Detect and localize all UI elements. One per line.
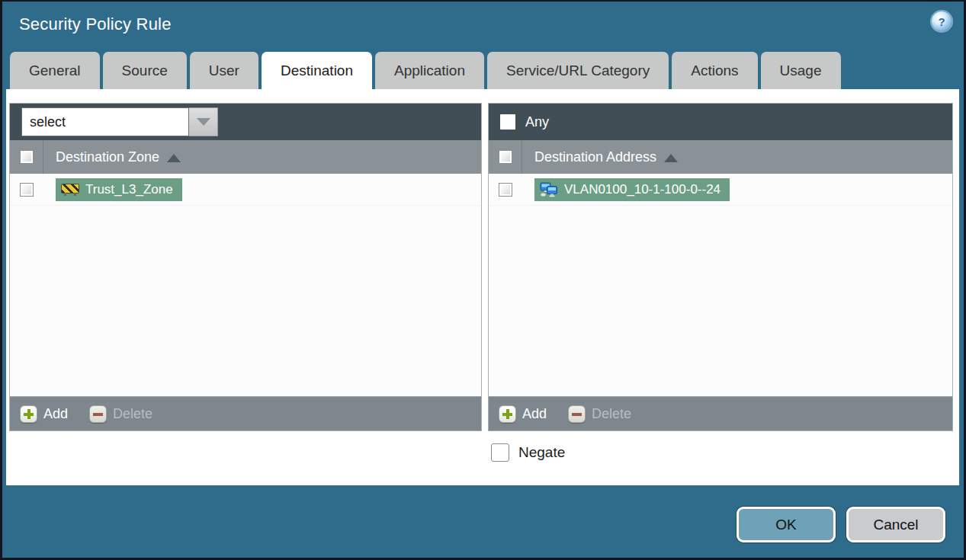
zone-footer-bar: Add Delete (10, 396, 481, 430)
plus-icon (20, 405, 37, 423)
tab-application[interactable]: Application (375, 52, 484, 89)
cancel-button[interactable]: Cancel (846, 507, 945, 542)
help-icon[interactable]: ? (932, 11, 952, 31)
dialog-title: Security Policy Rule (19, 14, 172, 34)
zone-delete-button[interactable]: Delete (89, 405, 152, 423)
address-row-checkbox[interactable] (499, 183, 512, 197)
zone-select-dropdown-button[interactable] (189, 107, 218, 136)
tab-destination[interactable]: Destination (262, 52, 372, 89)
address-add-label: Add (522, 406, 547, 422)
zone-table-body: Trust_L3_Zone (10, 174, 481, 396)
negate-label: Negate (518, 444, 565, 461)
address-table-header: Destination Address (489, 140, 952, 174)
address-item-vlan0100[interactable]: VLAN0100_10-1-100-0--24 (534, 178, 730, 201)
tab-user[interactable]: User (190, 52, 258, 89)
zone-column-header[interactable]: Destination Zone (43, 149, 181, 165)
address-item-label: VLAN0100_10-1-100-0--24 (564, 182, 720, 197)
minus-icon (89, 405, 107, 423)
zone-table-header: Destination Zone (10, 140, 481, 174)
zone-select-combo: select (21, 107, 218, 136)
sort-ascending-icon (167, 154, 181, 162)
tab-general[interactable]: General (10, 52, 100, 89)
address-toolbar: Any (489, 104, 952, 140)
any-checkbox[interactable] (500, 114, 515, 130)
plus-icon (499, 405, 516, 423)
destination-address-panel: Any Destination Address (488, 103, 953, 431)
any-label: Any (525, 114, 549, 130)
table-row: Trust_L3_Zone (10, 174, 481, 206)
sort-ascending-icon (664, 154, 678, 162)
destination-zone-panel: select Destination Zone (9, 103, 482, 431)
ok-button[interactable]: OK (737, 507, 836, 542)
address-select-all-checkbox[interactable] (499, 150, 512, 164)
title-bar: Security Policy Rule ? (2, 2, 964, 47)
address-table-body: VLAN0100_10-1-100-0--24 (489, 174, 952, 396)
address-delete-label: Delete (592, 406, 631, 422)
address-column-header[interactable]: Destination Address (522, 149, 678, 165)
tab-actions[interactable]: Actions (672, 52, 757, 89)
negate-option: Negate (491, 443, 959, 462)
minus-icon (568, 405, 586, 423)
zone-select-all-checkbox[interactable] (20, 150, 34, 164)
zone-add-label: Add (43, 406, 68, 422)
zone-add-button[interactable]: Add (20, 405, 68, 423)
tab-bar: General Source User Destination Applicat… (2, 47, 964, 89)
security-policy-rule-dialog: Security Policy Rule ? General Source Us… (2, 2, 964, 558)
negate-checkbox[interactable] (491, 443, 509, 462)
address-footer-bar: Add Delete (489, 396, 952, 430)
zone-delete-label: Delete (113, 406, 152, 422)
zone-row-checkbox[interactable] (20, 183, 34, 197)
network-computers-icon (540, 182, 558, 197)
tab-source[interactable]: Source (103, 52, 187, 89)
tab-usage[interactable]: Usage (761, 52, 841, 89)
zone-select-input[interactable]: select (21, 107, 189, 136)
address-column-header-label: Destination Address (534, 149, 656, 165)
tab-service-url-category[interactable]: Service/URL Category (487, 52, 669, 89)
zone-item-trust-l3-zone[interactable]: Trust_L3_Zone (56, 178, 182, 201)
zone-column-header-label: Destination Zone (56, 149, 159, 165)
table-row: VLAN0100_10-1-100-0--24 (489, 174, 952, 206)
address-delete-button[interactable]: Delete (568, 405, 631, 423)
dialog-button-row: OK Cancel (737, 507, 945, 542)
zone-barrier-icon (61, 184, 79, 194)
address-add-button[interactable]: Add (499, 405, 547, 423)
chevron-down-icon (197, 118, 210, 126)
zone-item-label: Trust_L3_Zone (85, 182, 173, 197)
destination-tab-content: select Destination Zone (6, 89, 959, 485)
zone-toolbar: select (10, 104, 481, 140)
